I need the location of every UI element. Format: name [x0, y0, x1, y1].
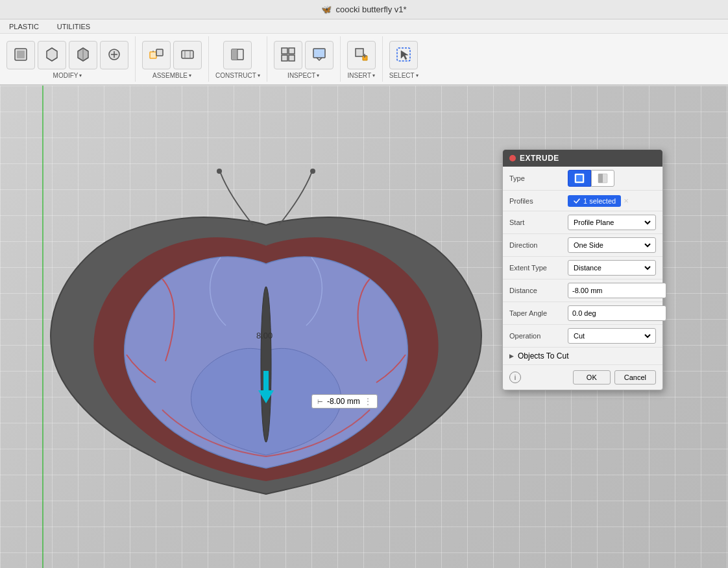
profiles-row: Profiles 1 selected ×	[503, 191, 662, 211]
assemble-btn-2[interactable]	[173, 41, 202, 69]
distance-row: Distance	[503, 279, 662, 302]
insert-chevron: ▾	[372, 73, 375, 78]
menu-utilities[interactable]: UTILITIES	[55, 21, 93, 32]
dimension-icon: ⊢	[317, 398, 323, 405]
svg-rect-20	[289, 55, 295, 61]
extrude-panel: EXTRUDE Type Profiles	[502, 149, 663, 390]
profiles-selected-badge[interactable]: 1 selected	[568, 195, 621, 207]
taper-angle-input[interactable]	[568, 305, 666, 321]
toolbar-group-assemble: ASSEMBLE ▾	[136, 36, 209, 82]
svg-rect-11	[182, 51, 193, 58]
inspect-label[interactable]: INSPECT ▾	[287, 72, 319, 79]
direction-select[interactable]: One Side	[571, 241, 653, 250]
distance-input[interactable]	[568, 283, 666, 298]
toolbar-group-select: SELECT ▾	[383, 36, 425, 82]
start-row: Start Profile Plane	[503, 211, 662, 234]
objects-triangle-icon: ▶	[509, 353, 514, 359]
distance-annotation[interactable]: ⊢ -8.00 mm ⋮	[311, 394, 378, 408]
select-chevron: ▾	[416, 73, 419, 78]
profiles-label: Profiles	[509, 197, 568, 205]
cancel-button[interactable]: Cancel	[614, 370, 656, 385]
canvas-distance-label: 8.00	[256, 331, 273, 340]
select-btn-1[interactable]	[389, 41, 418, 69]
type-btn-1[interactable]	[568, 170, 591, 187]
construct-chevron: ▾	[258, 73, 260, 78]
svg-rect-19	[282, 55, 287, 61]
insert-label[interactable]: INSERT ▾	[348, 72, 376, 79]
modify-btn-4[interactable]	[100, 41, 128, 69]
operation-select[interactable]: Cut	[571, 331, 653, 340]
modify-btn-3[interactable]	[69, 41, 97, 69]
extent-type-control[interactable]: Distance	[568, 260, 656, 276]
taper-angle-control[interactable]	[568, 305, 666, 321]
header-status-dot	[509, 155, 516, 161]
extent-type-select[interactable]: Distance	[571, 263, 653, 272]
type-control	[568, 170, 656, 187]
toolbar: MODIFY ▾ ASSEMBLE ▾	[0, 34, 728, 86]
extrude-header: EXTRUDE	[503, 150, 662, 167]
direction-dropdown[interactable]: One Side	[568, 237, 656, 253]
extent-type-label: Extent Type	[509, 264, 568, 272]
menu-plastic[interactable]: PLASTIC	[6, 21, 42, 32]
type-label: Type	[509, 174, 568, 182]
title-bar: 🦋 coocki butterfly v1*	[0, 0, 728, 19]
direction-control[interactable]: One Side	[568, 237, 656, 253]
extent-type-dropdown[interactable]: Distance	[568, 260, 656, 276]
svg-rect-32	[576, 175, 583, 182]
modify-chevron: ▾	[79, 73, 82, 78]
taper-angle-label: Taper Angle	[509, 309, 568, 317]
distance-label: Distance	[509, 287, 568, 294]
direction-row: Direction One Side	[503, 234, 662, 257]
svg-rect-22	[356, 49, 363, 56]
svg-point-26	[217, 169, 222, 174]
menu-bar: PLASTIC UTILITIES	[0, 19, 728, 34]
info-button[interactable]: i	[509, 372, 521, 383]
objects-to-cut-row[interactable]: ▶ Objects To Cut	[503, 348, 662, 365]
start-dropdown[interactable]: Profile Plane	[568, 215, 656, 230]
toolbar-group-insert: INSERT ▾	[341, 36, 383, 82]
ok-button[interactable]: OK	[573, 370, 611, 385]
svg-marker-2	[47, 48, 57, 61]
distance-value: -8.00 mm	[327, 397, 360, 406]
distance-menu-icon[interactable]: ⋮	[364, 397, 372, 406]
assemble-btn-1[interactable]	[142, 41, 171, 69]
profiles-clear-btn[interactable]: ×	[624, 196, 629, 206]
start-control[interactable]: Profile Plane	[568, 215, 656, 230]
taper-angle-row: Taper Angle	[503, 302, 662, 325]
operation-dropdown[interactable]: Cut	[568, 328, 656, 344]
inspect-chevron: ▾	[317, 73, 319, 78]
modify-btn-2[interactable]	[38, 41, 66, 69]
app-icon: 🦋	[321, 5, 332, 14]
svg-point-28	[261, 287, 271, 442]
butterfly-model	[32, 118, 500, 539]
direction-label: Direction	[509, 241, 568, 249]
insert-btn-1[interactable]	[347, 41, 376, 69]
objects-to-cut-label: Objects To Cut	[518, 351, 568, 361]
inspect-btn-1[interactable]	[274, 41, 302, 69]
type-btn-2[interactable]	[591, 170, 614, 187]
svg-rect-8	[150, 52, 156, 58]
construct-btn-1[interactable]	[223, 41, 252, 69]
svg-rect-1	[17, 51, 25, 58]
extent-type-row: Extent Type Distance	[503, 257, 662, 279]
svg-rect-17	[282, 48, 287, 54]
svg-rect-21	[313, 49, 325, 58]
operation-row: Operation Cut	[503, 325, 662, 348]
construct-label[interactable]: CONSTRUCT ▾	[215, 72, 260, 79]
operation-control[interactable]: Cut	[568, 328, 656, 344]
svg-rect-9	[156, 49, 163, 56]
start-select[interactable]: Profile Plane	[571, 218, 653, 227]
modify-btn-1[interactable]	[6, 41, 35, 69]
select-label[interactable]: SELECT ▾	[389, 72, 419, 79]
distance-control[interactable]	[568, 283, 666, 298]
window-title: coocki butterfly v1*	[335, 5, 406, 14]
extrude-title: EXTRUDE	[520, 154, 559, 163]
start-label: Start	[509, 219, 568, 226]
inspect-btn-2[interactable]	[305, 41, 334, 69]
profiles-control[interactable]: 1 selected ×	[568, 195, 656, 207]
svg-point-27	[310, 169, 315, 174]
toolbar-group-modify: MODIFY ▾	[0, 36, 136, 82]
assemble-label[interactable]: ASSEMBLE ▾	[152, 72, 191, 79]
svg-rect-18	[289, 48, 295, 54]
modify-label[interactable]: MODIFY ▾	[53, 72, 82, 79]
